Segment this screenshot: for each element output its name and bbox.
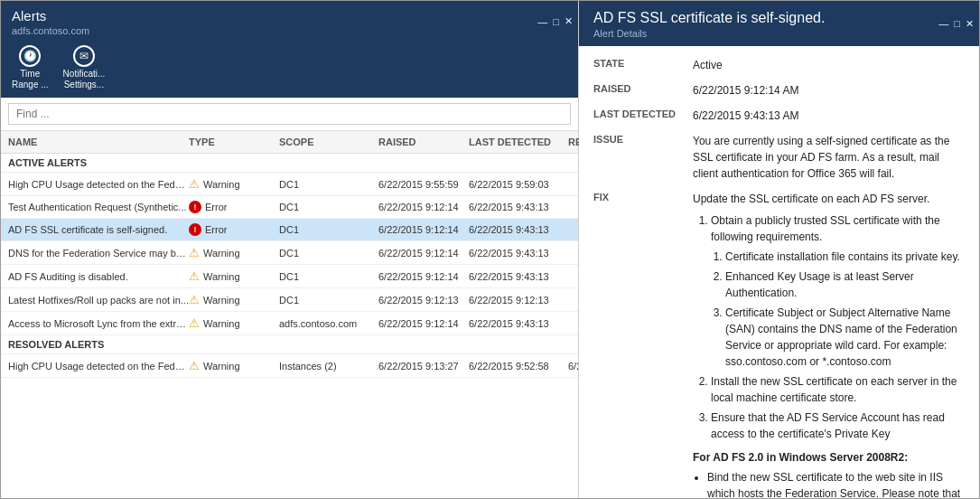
section-label: ACTIVE ALERTS — [1, 154, 578, 173]
row-last-detected: 6/22/2015 9:43:13 — [469, 248, 568, 259]
right-header: AD FS SSL certificate is self-signed. Al… — [579, 1, 933, 46]
type-label: Error — [205, 224, 227, 235]
row-scope: DC1 — [279, 248, 378, 259]
row-name: Test Authentication Request (Synthetic..… — [8, 202, 189, 212]
col-type: TYPE — [189, 137, 279, 147]
col-scope: SCOPE — [279, 137, 378, 147]
row-raised: 6/22/2015 9:12:14 — [378, 271, 469, 282]
time-range-label: Time Range ... — [12, 69, 49, 90]
section-label: RESOLVED ALERTS — [1, 335, 578, 354]
raised-label: RAISED — [593, 82, 693, 99]
detail-content: STATE Active RAISED 6/22/2015 9:12:14 AM… — [579, 46, 979, 498]
table-row[interactable]: High CPU Usage detected on the Feder...⚠… — [1, 173, 578, 196]
table-row[interactable]: DNS for the Federation Service may be...… — [1, 241, 578, 265]
alerts-table: ACTIVE ALERTSHigh CPU Usage detected on … — [1, 154, 578, 498]
table-header: NAME TYPE SCOPE RAISED LAST DETECTED RES… — [1, 131, 578, 154]
row-last-detected: 6/22/2015 9:43:13 — [469, 271, 568, 282]
row-type: ⚠Warning — [189, 359, 279, 372]
row-type: !Error — [189, 201, 279, 213]
row-scope: adfs.contoso.com — [279, 318, 378, 329]
table-row[interactable]: High CPU Usage detected on the Feder...⚠… — [1, 354, 578, 378]
search-input[interactable] — [8, 103, 571, 125]
row-name: High CPU Usage detected on the Feder... — [8, 179, 189, 190]
maximize-button-left[interactable]: □ — [553, 16, 559, 27]
warning-icon: ⚠ — [189, 177, 200, 191]
table-row[interactable]: Test Authentication Request (Synthetic..… — [1, 196, 578, 219]
detail-title: AD FS SSL certificate is self-signed. — [593, 10, 919, 26]
row-type: ⚠Warning — [189, 293, 279, 306]
app-subtitle: adfs.contoso.com — [12, 25, 521, 36]
issue-value: You are currently using a self-signed ce… — [693, 133, 965, 182]
row-raised: 6/22/2015 9:12:14 — [378, 224, 469, 235]
close-button-left[interactable]: ✕ — [565, 15, 573, 27]
table-row[interactable]: Latest Hotfixes/Roll up packs are not in… — [1, 288, 578, 312]
row-raised: 6/22/2015 9:12:14 — [378, 318, 469, 329]
type-label: Warning — [203, 361, 240, 372]
minimize-button-left[interactable]: — — [537, 16, 547, 27]
fix-step: Obtain a publicly trusted SSL certificat… — [711, 212, 965, 370]
type-label: Warning — [203, 248, 240, 259]
warning-icon: ⚠ — [189, 316, 200, 330]
raised-value: 6/22/2015 9:12:14 AM — [693, 82, 965, 99]
warning-icon: ⚠ — [189, 293, 200, 306]
last-detected-label: LAST DETECTED — [593, 108, 693, 124]
left-panel: Alerts adfs.contoso.com — □ ✕ 🕐 Time Ran… — [1, 1, 579, 498]
row-scope: DC1 — [279, 295, 378, 306]
row-name: High CPU Usage detected on the Feder... — [8, 361, 189, 372]
notification-icon: ✉ — [73, 45, 95, 67]
type-label: Warning — [203, 295, 240, 306]
row-scope: DC1 — [279, 224, 378, 235]
app-title: Alerts — [12, 8, 521, 24]
fix-bold-heading: For AD FS 2.0 in Windows Server 2008R2: — [693, 449, 965, 466]
state-row: STATE Active — [593, 57, 965, 73]
error-icon: ! — [189, 201, 201, 213]
maximize-button-right[interactable]: □ — [954, 18, 960, 29]
row-raised: 6/22/2015 9:12:14 — [378, 248, 469, 259]
row-scope: DC1 — [279, 271, 378, 282]
type-label: Warning — [203, 271, 240, 282]
fix-substep: Certificate Subject or Subject Alternati… — [725, 305, 965, 370]
row-last-detected: 6/22/2015 9:43:13 — [469, 318, 568, 329]
row-type: ⚠Warning — [189, 177, 279, 191]
issue-row: ISSUE You are currently using a self-sig… — [593, 133, 965, 182]
row-name: AD FS SSL certificate is self-signed. — [8, 224, 189, 235]
type-label: Error — [205, 202, 227, 212]
row-resolved: 6/22/2015 9:53:58 — [568, 361, 578, 372]
row-last-detected: 6/22/2015 9:43:13 — [469, 224, 568, 235]
col-last-detected: LAST DETECTED — [469, 137, 568, 147]
table-row[interactable]: AD FS Auditing is disabled.⚠WarningDC16/… — [1, 265, 578, 288]
time-range-icon: 🕐 — [19, 45, 41, 67]
col-raised: RAISED — [378, 137, 469, 147]
error-icon: ! — [189, 223, 201, 236]
notification-label: Notificati... Settings... — [63, 69, 106, 90]
row-last-detected: 6/22/2015 9:59:03 — [469, 179, 568, 190]
main-content: Alerts adfs.contoso.com — □ ✕ 🕐 Time Ran… — [1, 1, 979, 498]
close-button-right[interactable]: ✕ — [966, 18, 974, 30]
raised-row: RAISED 6/22/2015 9:12:14 AM — [593, 82, 965, 99]
time-range-button[interactable]: 🕐 Time Range ... — [12, 45, 49, 90]
table-row[interactable]: Access to Microsoft Lync from the extra.… — [1, 312, 578, 335]
table-row[interactable]: AD FS SSL certificate is self-signed.!Er… — [1, 219, 578, 241]
left-header: Alerts adfs.contoso.com — [1, 1, 532, 42]
issue-label: ISSUE — [593, 133, 693, 182]
minimize-button-right[interactable]: — — [938, 18, 948, 29]
fix-substep: Certificate installation file contains i… — [725, 249, 965, 265]
row-last-detected: 6/22/2015 9:43:13 — [469, 202, 568, 212]
state-label: STATE — [593, 57, 693, 73]
row-scope: DC1 — [279, 179, 378, 190]
row-name: Latest Hotfixes/Roll up packs are not in… — [8, 295, 189, 306]
fix-bullet-item: Bind the new SSL certificate to the web … — [707, 469, 965, 498]
search-bar — [1, 98, 578, 131]
row-last-detected: 6/22/2015 9:12:13 — [469, 295, 568, 306]
app-window: Alerts adfs.contoso.com — □ ✕ 🕐 Time Ran… — [0, 0, 980, 499]
notification-settings-button[interactable]: ✉ Notificati... Settings... — [63, 45, 106, 90]
right-panel: AD FS SSL certificate is self-signed. Al… — [579, 1, 979, 498]
fix-label: FIX — [593, 191, 693, 498]
fix-row: FIX Update the SSL certificate on each A… — [593, 191, 965, 498]
fix-step: Install the new SSL certificate on each … — [711, 373, 965, 406]
row-type: ⚠Warning — [189, 246, 279, 259]
row-raised: 6/22/2015 9:13:27 — [378, 361, 469, 372]
type-label: Warning — [203, 318, 240, 329]
row-name: AD FS Auditing is disabled. — [8, 271, 189, 282]
type-label: Warning — [203, 179, 240, 190]
